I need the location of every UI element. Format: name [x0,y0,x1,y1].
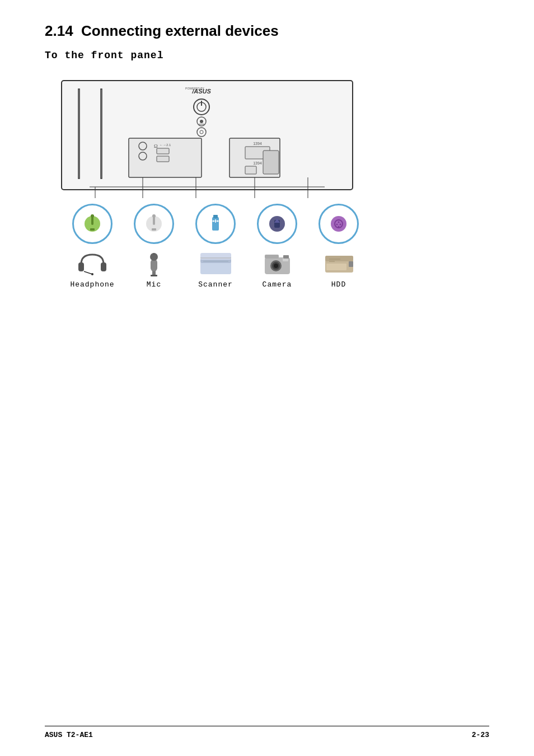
svg-point-77 [331,216,346,232]
svg-point-41 [91,214,94,218]
svg-text:1394: 1394 [253,161,262,165]
scanner-label: Scanner [198,280,233,289]
svg-line-45 [84,271,92,274]
camera-connector: Camera [246,204,308,289]
hdd-image [318,247,359,278]
svg-point-10 [200,120,203,123]
svg-rect-75 [265,255,279,259]
svg-rect-87 [349,261,353,267]
svg-point-81 [336,224,338,226]
footer-page: 2-23 [472,731,489,739]
hdd-label: HDD [331,280,346,289]
mic-label: Mic [147,280,161,289]
svg-point-82 [338,226,340,228]
headphone-label: Headphone [70,280,114,289]
svg-point-61 [217,220,219,222]
svg-rect-64 [200,253,231,260]
camera-label: Camera [263,280,292,289]
svg-rect-44 [101,262,106,271]
page-container: 2.14 Connecting external devices To the … [0,0,534,756]
subsection-title: To the front panel [45,50,489,61]
svg-rect-26 [263,151,279,174]
headphone-connector: Headphone [62,204,123,289]
headphone-circle [72,204,113,244]
svg-point-80 [340,224,341,226]
svg-rect-20 [157,156,169,162]
section-title: 2.14 Connecting external devices [45,22,489,40]
svg-rect-84 [325,256,353,261]
svg-text:1394: 1394 [253,142,262,145]
svg-rect-19 [157,148,169,154]
camera-image [257,247,297,278]
svg-rect-43 [78,262,84,271]
svg-point-60 [213,220,214,222]
svg-point-73 [274,264,278,268]
scanner-image [195,247,236,278]
svg-rect-56 [212,217,219,231]
svg-rect-76 [283,255,289,259]
footer: ASUS T2-AE1 2-23 [45,726,489,739]
svg-rect-88 [326,264,346,270]
svg-point-49 [152,214,156,218]
hdd-circle [318,204,359,244]
svg-rect-52 [151,275,157,276]
svg-rect-42 [90,228,95,231]
svg-text:Ω: Ω [154,143,158,149]
diagram-wrapper: /ASUS POWERED BY Ω [45,78,437,289]
svg-text:←→2.1: ←→2.1 [160,143,171,147]
hdd-connector: HDD [308,204,369,289]
svg-text:POWERED BY: POWERED BY [185,87,205,90]
scanner-circle [195,204,236,244]
footer-model: ASUS T2-AE1 [45,731,93,739]
svg-rect-57 [213,215,218,218]
computer-case: /ASUS POWERED BY Ω [45,78,358,201]
svg-rect-53 [151,259,157,271]
mic-connector: Mic [123,204,185,289]
svg-point-46 [91,273,93,275]
mic-circle [134,204,174,244]
svg-rect-50 [152,228,156,231]
mic-image [134,247,174,278]
svg-rect-0 [62,81,353,190]
svg-rect-25 [245,166,256,174]
headphone-image [72,247,113,278]
svg-point-79 [338,222,340,223]
scanner-connector: Scanner [185,204,246,289]
camera-circle [257,204,297,244]
